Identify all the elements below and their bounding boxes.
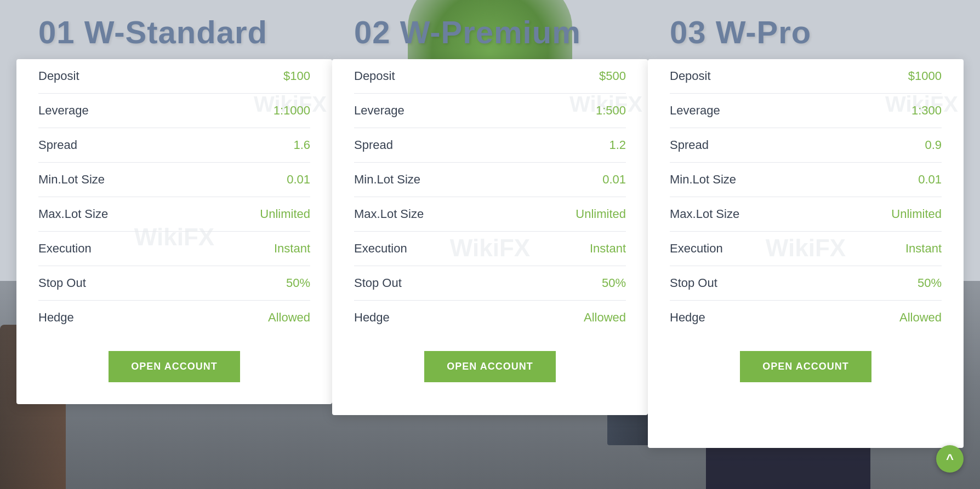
chevron-up-icon: ^	[946, 451, 954, 467]
card-wrapper-premium: 02 W-Premium WikiFX WikiFX Deposit $500 …	[332, 0, 648, 415]
row-minlot-1: Min.Lot Size 0.01	[38, 163, 310, 197]
open-account-button-premium[interactable]: OPEN ACCOUNT	[424, 351, 556, 382]
row-spread-1: Spread 1.6	[38, 128, 310, 163]
open-account-button-standard[interactable]: OPEN ACCOUNT	[109, 351, 240, 382]
row-stopout-2: Stop Out 50%	[354, 266, 626, 301]
card-standard: WikiFX WikiFX Deposit $100 Leverage 1:10…	[16, 59, 332, 404]
row-leverage-3: Leverage 1:300	[670, 94, 942, 128]
row-execution-3: Execution Instant	[670, 232, 942, 266]
row-hedge-1: Hedge Allowed	[38, 301, 310, 335]
row-hedge-2: Hedge Allowed	[354, 301, 626, 335]
card-pro: WikiFX WikiFX Deposit $1000 Leverage 1:3…	[648, 59, 964, 448]
row-deposit-3: Deposit $1000	[670, 59, 942, 94]
row-spread-2: Spread 1.2	[354, 128, 626, 163]
row-deposit-1: Deposit $100	[38, 59, 310, 94]
card-title-standard: 01 W-Standard	[16, 0, 267, 59]
card-title-premium: 02 W-Premium	[332, 0, 581, 59]
open-account-button-pro[interactable]: OPEN ACCOUNT	[740, 351, 871, 382]
row-maxlot-1: Max.Lot Size Unlimited	[38, 197, 310, 232]
row-execution-2: Execution Instant	[354, 232, 626, 266]
row-execution-1: Execution Instant	[38, 232, 310, 266]
row-minlot-3: Min.Lot Size 0.01	[670, 163, 942, 197]
main-container: 01 W-Standard WikiFX WikiFX Deposit $100…	[0, 0, 980, 489]
row-maxlot-3: Max.Lot Size Unlimited	[670, 197, 942, 232]
row-leverage-2: Leverage 1:500	[354, 94, 626, 128]
card-wrapper-standard: 01 W-Standard WikiFX WikiFX Deposit $100…	[16, 0, 332, 404]
card-premium: WikiFX WikiFX Deposit $500 Leverage 1:50…	[332, 59, 648, 415]
row-stopout-3: Stop Out 50%	[670, 266, 942, 301]
row-minlot-2: Min.Lot Size 0.01	[354, 163, 626, 197]
card-wrapper-pro: 03 W-Pro WikiFX WikiFX Deposit $1000 Lev…	[648, 0, 964, 448]
card-title-pro: 03 W-Pro	[648, 0, 811, 59]
row-deposit-2: Deposit $500	[354, 59, 626, 94]
row-spread-3: Spread 0.9	[670, 128, 942, 163]
scroll-top-button[interactable]: ^	[936, 445, 964, 473]
row-leverage-1: Leverage 1:1000	[38, 94, 310, 128]
row-hedge-3: Hedge Allowed	[670, 301, 942, 335]
row-stopout-1: Stop Out 50%	[38, 266, 310, 301]
row-maxlot-2: Max.Lot Size Unlimited	[354, 197, 626, 232]
